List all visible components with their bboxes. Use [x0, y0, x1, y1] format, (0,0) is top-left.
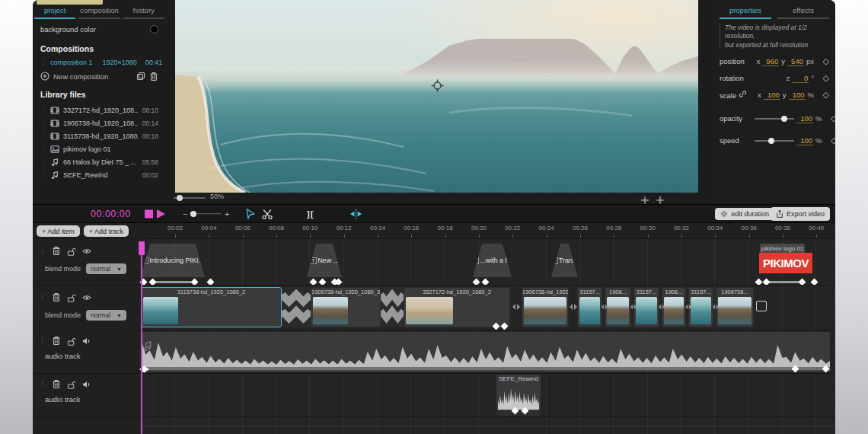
- drag-handle-icon[interactable]: ⋮: [40, 59, 46, 66]
- keyframe-diamond[interactable]: [207, 279, 215, 285]
- timeline-ruler-lane[interactable]: 00:0200:0400:0600:0800:1000:1200:1400:16…: [139, 223, 835, 238]
- select-tool-icon[interactable]: [244, 208, 256, 219]
- track1-lane[interactable]: TIntroducing PIKI...TNew ...T...with a f…: [139, 239, 835, 285]
- drag-handle-icon[interactable]: ⋮: [40, 145, 46, 152]
- video-clip[interactable]: 31157...: [577, 287, 602, 327]
- keyframe-diamond[interactable]: [763, 279, 771, 285]
- library-file-row[interactable]: ⋮1906738-hd_1920_108...00:14: [33, 116, 166, 129]
- video-preview[interactable]: [175, 0, 698, 193]
- preview-zoom-slider-handle[interactable]: [177, 195, 183, 201]
- drag-handle-icon[interactable]: ⋮: [40, 107, 46, 113]
- timeline-empty-lane[interactable]: [139, 417, 835, 434]
- rotation-keyframe-icon[interactable]: ◇: [819, 73, 829, 83]
- speed-slider[interactable]: [755, 137, 794, 145]
- trash-icon[interactable]: [52, 378, 61, 388]
- tab-history[interactable]: history: [123, 6, 164, 19]
- duplicate-icon[interactable]: [136, 72, 145, 81]
- drag-handle-icon[interactable]: ⋮: [40, 132, 46, 139]
- playhead[interactable]: [141, 241, 142, 434]
- audio-clip[interactable]: [141, 332, 830, 372]
- clip-transition[interactable]: [510, 301, 522, 313]
- library-file-row[interactable]: ⋮3327172-hd_1920_108...00:10: [33, 104, 166, 116]
- tab-composition[interactable]: composition: [78, 6, 120, 19]
- composition-row[interactable]: ⋮ composition 1 1920×1080 00:41: [33, 56, 166, 69]
- position-keyframe-icon[interactable]: ◇: [819, 56, 829, 66]
- trash-icon[interactable]: [52, 335, 61, 344]
- keyframe-diamond[interactable]: [482, 279, 490, 285]
- keyframe-diamond[interactable]: [319, 279, 327, 285]
- scale-keyframe-icon[interactable]: ◇: [819, 90, 829, 100]
- clip-transition[interactable]: [713, 301, 719, 313]
- eye-icon[interactable]: [82, 292, 91, 301]
- keyframe-diamond[interactable]: [811, 279, 819, 285]
- text-clip[interactable]: TNew ...: [307, 244, 342, 277]
- keyframe-diamond[interactable]: [799, 279, 806, 285]
- keyframe-diamond[interactable]: [755, 279, 763, 285]
- drag-handle-icon[interactable]: ⋮: [40, 120, 46, 126]
- drag-handle-icon[interactable]: ⋮: [39, 379, 46, 387]
- audio-clip[interactable]: SEFE_Rewind: [496, 375, 541, 416]
- opacity-keyframe-icon[interactable]: ◇: [826, 113, 835, 123]
- tab-project[interactable]: project: [34, 6, 75, 19]
- pikimov-logo-clip[interactable]: PIKIMOV: [759, 253, 812, 273]
- add-track-button[interactable]: + Add track: [84, 225, 129, 237]
- trash-icon[interactable]: [149, 72, 158, 81]
- drag-handle-icon[interactable]: ⋮: [39, 336, 46, 343]
- anchor-point-crosshair[interactable]: [431, 79, 444, 92]
- clip-transition[interactable]: [685, 301, 691, 313]
- unlock-icon[interactable]: [67, 335, 76, 344]
- opacity-field[interactable]: 100: [796, 114, 813, 123]
- track2-lane[interactable]: 3115738-hd_1920_1080_21906738-hd_1920_10…: [139, 286, 835, 330]
- keyframe-diamond[interactable]: [191, 279, 199, 285]
- tab-effects[interactable]: effects: [777, 6, 829, 19]
- empty-clip-box[interactable]: [756, 301, 767, 311]
- speaker-icon[interactable]: [82, 335, 91, 344]
- library-file-row[interactable]: ⋮66 Halos by Diet 75 _ ...05:58: [33, 155, 166, 168]
- library-file-row[interactable]: ⋮SEFE_Rewind00:02: [33, 168, 166, 181]
- blend-mode-select[interactable]: normal▼: [86, 263, 126, 274]
- play-button[interactable]: [157, 209, 165, 219]
- video-clip[interactable]: 1906738-hd_1920_1080_3: [311, 287, 381, 327]
- video-clip[interactable]: 3327172-hd_1920_1080_2: [404, 287, 510, 327]
- unlock-icon[interactable]: [67, 378, 76, 388]
- scale-x-field[interactable]: 100: [764, 91, 780, 100]
- cut-tool-icon[interactable]: [261, 208, 273, 219]
- snap-toggle-icon[interactable]: [349, 208, 362, 219]
- video-clip[interactable]: 1906...: [605, 287, 631, 327]
- edit-duration-button[interactable]: edit duration: [715, 208, 774, 220]
- track4-lane[interactable]: SEFE_Rewind: [139, 374, 835, 416]
- video-clip[interactable]: 1906...: [662, 287, 686, 327]
- clip-transition[interactable]: [659, 301, 665, 313]
- link-icon[interactable]: [739, 90, 747, 98]
- export-video-button[interactable]: Export video: [771, 207, 830, 221]
- library-file-row[interactable]: ⋮pikimov logo 01: [33, 142, 166, 155]
- text-clip[interactable]: T...with a f...: [473, 244, 512, 277]
- video-clip[interactable]: 31157...: [633, 287, 659, 327]
- rotation-z-field[interactable]: 0: [792, 74, 809, 83]
- add-item-button[interactable]: + Add item: [37, 225, 80, 237]
- scale-y-field[interactable]: 100: [789, 91, 806, 100]
- library-file-row[interactable]: ⋮3115738-hd_1920_1080...00:18: [33, 129, 166, 142]
- video-clip[interactable]: 1906738...: [716, 287, 754, 327]
- clip-transition[interactable]: [602, 301, 608, 313]
- text-clip[interactable]: TIntroducing PIKI...: [141, 244, 205, 277]
- speaker-icon[interactable]: [82, 378, 91, 388]
- playhead-handle[interactable]: [139, 241, 145, 255]
- background-color-swatch[interactable]: [150, 25, 158, 34]
- speed-keyframe-icon[interactable]: ◇: [826, 136, 835, 145]
- trash-icon[interactable]: [52, 292, 61, 301]
- position-y-field[interactable]: 540: [787, 57, 804, 66]
- drag-handle-icon[interactable]: ⋮: [39, 292, 46, 300]
- opacity-slider[interactable]: [755, 115, 794, 123]
- drag-handle-icon[interactable]: ⋮: [39, 246, 46, 254]
- center-vertically-icon[interactable]: [640, 194, 649, 203]
- trim-tool-icon[interactable]: ][: [307, 209, 314, 219]
- speed-field[interactable]: 100: [796, 136, 813, 145]
- keyframe-diamond[interactable]: [310, 279, 318, 285]
- clip-transition[interactable]: [569, 301, 577, 313]
- clip-transition[interactable]: [630, 301, 637, 313]
- tab-properties[interactable]: properties: [720, 6, 771, 19]
- unlock-icon[interactable]: [67, 292, 76, 301]
- drag-handle-icon[interactable]: ⋮: [40, 158, 46, 165]
- drag-handle-icon[interactable]: ⋮: [40, 171, 46, 178]
